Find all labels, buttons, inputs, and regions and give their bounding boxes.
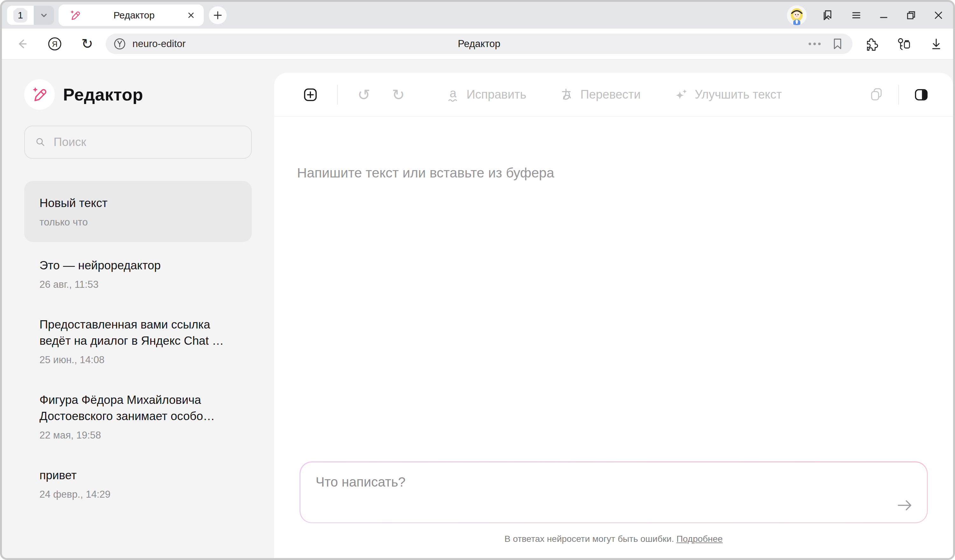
search-input[interactable] [53, 136, 242, 149]
yandex-home-button[interactable]: Я [46, 35, 64, 53]
yandex-logo-icon: Я [47, 36, 63, 52]
document-time: 22 мая, 19:58 [39, 430, 236, 441]
document-time: 24 февр., 14:29 [39, 489, 236, 500]
undo-icon[interactable]: ↺ [357, 87, 370, 102]
document-item[interactable]: Это — нейроредактор 26 авг., 11:53 [24, 246, 252, 301]
side-panel-toggle-icon[interactable] [913, 87, 930, 102]
editor-panel: ↺ ↻ a Исправить Перевести [274, 73, 953, 558]
tab-count-badge: 1 [13, 8, 27, 23]
send-arrow-icon [896, 498, 914, 513]
new-document-icon[interactable] [302, 86, 319, 103]
document-item[interactable]: Фигура Фёдора Михайловича Достоевского з… [24, 381, 252, 452]
spellcheck-icon: a [445, 86, 460, 103]
document-title: Предоставленная вами ссылка ведёт на диа… [39, 317, 236, 349]
svg-text:Я: Я [52, 40, 57, 48]
back-arrow-icon [15, 37, 29, 51]
tab-group-dropdown[interactable] [34, 6, 54, 25]
reload-button[interactable]: ↻ [78, 35, 96, 53]
prompt-box[interactable] [301, 462, 927, 523]
copy-icon[interactable] [869, 87, 885, 103]
site-favicon-icon [113, 37, 127, 51]
improve-text-label: Улучшить текст [695, 88, 782, 101]
document-item[interactable]: Новый текст только что [24, 181, 252, 242]
toolbar-divider [337, 85, 338, 105]
document-time: 25 июн., 14:08 [39, 354, 236, 366]
profile-avatar[interactable] [787, 5, 807, 25]
close-window-icon[interactable] [932, 9, 945, 22]
disclaimer-more-link[interactable]: Подробнее [676, 534, 723, 544]
editor-placeholder: Напишите текст или вставьте из буфера [297, 165, 930, 181]
tab-close-icon[interactable] [186, 11, 196, 20]
browser-window: 1 Редактор [0, 0, 955, 560]
sparkles-icon [673, 87, 689, 102]
bookmark-icon[interactable] [831, 37, 844, 51]
more-icon[interactable] [807, 41, 822, 47]
app-logo [24, 79, 55, 110]
app-title: Редактор [63, 84, 143, 104]
document-title: Это — нейроредактор [39, 257, 236, 273]
fix-text-label: Исправить [467, 88, 526, 101]
active-tab[interactable]: Редактор [59, 5, 204, 26]
restore-window-icon[interactable] [905, 9, 917, 22]
chevron-down-icon [39, 11, 49, 20]
document-item[interactable]: привет 24 февр., 14:29 [24, 456, 252, 511]
downloads-icon[interactable] [929, 37, 944, 51]
tab-strip: 1 Редактор [2, 2, 953, 29]
new-tab-button[interactable] [209, 6, 227, 24]
neuro-editor-app: Редактор Новый текст только что Это — не… [2, 59, 953, 558]
sidebar: Редактор Новый текст только что Это — не… [2, 59, 274, 558]
document-title: Фигура Фёдора Михайловича Достоевского з… [39, 392, 236, 424]
toolbar-divider [898, 85, 899, 105]
tab-group-control[interactable]: 1 [7, 6, 54, 25]
document-title: Новый текст [39, 195, 236, 211]
send-button[interactable] [896, 496, 914, 514]
translate-icon [559, 87, 575, 102]
improve-text-button[interactable]: Улучшить текст [673, 87, 782, 102]
magic-pencil-icon [69, 9, 81, 22]
avatar-image [787, 5, 807, 25]
browser-menu-icon[interactable] [850, 9, 863, 22]
tab-title: Редактор [81, 10, 186, 21]
document-time: 26 авг., 11:53 [39, 279, 236, 290]
editor-toolbar: ↺ ↻ a Исправить Перевести [274, 73, 953, 117]
address-bar-row: Я ↻ neuro-editor Редактор [2, 29, 953, 59]
page-title: Редактор [106, 38, 853, 50]
search-icon [34, 136, 47, 149]
document-title: привет [39, 467, 236, 484]
plus-icon [212, 10, 223, 21]
prompt-box-border [299, 462, 928, 523]
back-button[interactable] [13, 35, 31, 53]
prompt-input[interactable] [316, 474, 889, 516]
editor-canvas[interactable]: Напишите текст или вставьте из буфера [274, 117, 953, 462]
document-time: только что [39, 217, 236, 228]
redo-icon[interactable]: ↻ [392, 87, 405, 102]
bookmarks-panel-icon[interactable] [821, 8, 835, 22]
translate-label: Перевести [580, 88, 640, 101]
reload-icon: ↻ [81, 37, 93, 51]
disclaimer-text: В ответах нейросети могут быть ошибки. [504, 534, 674, 544]
tab-counter[interactable]: 1 [7, 6, 34, 25]
svg-text:a: a [450, 86, 457, 100]
extensions-icon[interactable] [863, 36, 878, 51]
address-bar[interactable]: neuro-editor Редактор [106, 34, 853, 54]
translate-button[interactable]: Перевести [559, 87, 640, 102]
url-text: neuro-editor [132, 38, 186, 50]
minimize-icon[interactable] [877, 9, 890, 22]
search-box[interactable] [24, 126, 252, 159]
document-list: Новый текст только что Это — нейроредакт… [24, 181, 252, 511]
document-item[interactable]: Предоставленная вами ссылка ведёт на диа… [24, 306, 252, 376]
app-logo-row: Редактор [24, 79, 252, 110]
passwords-icon[interactable] [896, 36, 912, 51]
fix-text-button[interactable]: a Исправить [445, 86, 526, 103]
magic-pencil-logo-icon [30, 85, 49, 104]
ai-disclaimer: В ответах нейросети могут быть ошибки. П… [274, 534, 953, 544]
